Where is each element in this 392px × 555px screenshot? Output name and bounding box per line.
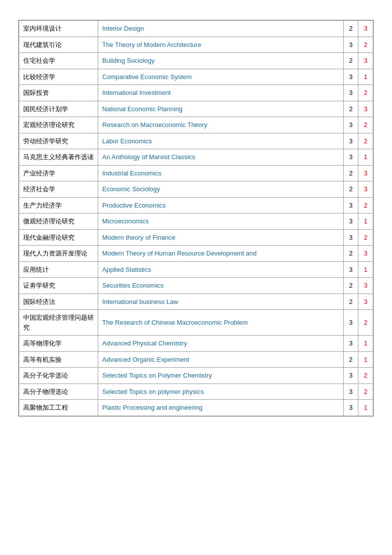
table-row: 现代人力资源开发理论Modern Theory of Human Resourc…	[19, 246, 373, 262]
col-num2: 1	[358, 336, 373, 352]
chinese-name: 经济社会学	[19, 181, 98, 198]
chinese-name: 高分子物理选论	[19, 384, 98, 400]
english-name: Productive Economics	[98, 197, 344, 213]
english-name: Securities Economics	[98, 278, 344, 294]
col-num1: 3	[344, 149, 358, 166]
col-num2: 2	[358, 37, 373, 53]
chinese-name: 比较经济学	[19, 69, 98, 85]
col-num1: 2	[344, 294, 358, 310]
col-num1: 2	[344, 246, 358, 262]
english-name: Building Sociology	[98, 53, 344, 69]
col-num1: 2	[344, 351, 358, 368]
col-num2: 2	[358, 384, 373, 400]
col-num2: 3	[358, 294, 373, 310]
col-num1: 3	[344, 336, 358, 352]
chinese-name: 宏观经济理论研究	[19, 117, 98, 133]
table-row: 国际经济法International business Law23	[19, 294, 373, 310]
col-num2: 3	[358, 278, 373, 294]
chinese-name: 高等有机实验	[19, 351, 98, 368]
english-name: Interior Design	[98, 21, 344, 37]
english-name: Research on Macroeconomic Theory	[98, 117, 344, 133]
col-num2: 1	[358, 261, 373, 278]
col-num2: 2	[358, 368, 373, 384]
english-name: Plastic Processing and engineering	[98, 400, 344, 416]
table-row: 马克思主义经典著作选读An Anthology of Marxist Class…	[19, 149, 373, 166]
english-name: International Investment	[98, 85, 344, 101]
chinese-name: 现代建筑引论	[19, 37, 98, 53]
english-name: The Theory of Modern Architecture	[98, 37, 344, 53]
table-row: 经济社会学Economic Sociology23	[19, 181, 373, 198]
col-num1: 3	[344, 213, 358, 230]
table-row: 产业经济学Industrial Economics23	[19, 165, 373, 181]
col-num1: 3	[344, 229, 358, 246]
col-num1: 3	[344, 69, 358, 85]
col-num2: 1	[358, 69, 373, 85]
chinese-name: 马克思主义经典著作选读	[19, 149, 98, 166]
chinese-name: 产业经济学	[19, 165, 98, 181]
chinese-name: 国民经济计划学	[19, 101, 98, 117]
table-row: 生产力经济学Productive Economics32	[19, 197, 373, 213]
english-name: Modern theory of Finance	[98, 229, 344, 246]
table-row: 宏观经济理论研究Research on Macroeconomic Theory…	[19, 117, 373, 133]
english-name: The Research of Chinese Macroeconomic Pr…	[98, 310, 344, 336]
table-row: 国民经济计划学National Economic Planning23	[19, 101, 373, 117]
chinese-name: 现代人力资源开发理论	[19, 246, 98, 262]
english-name: Modern Theory of Human Resource Developm…	[98, 246, 344, 262]
chinese-name: 生产力经济学	[19, 197, 98, 213]
col-num1: 3	[344, 310, 358, 336]
col-num1: 3	[344, 197, 358, 213]
chinese-name: 现代金融理论研究	[19, 229, 98, 246]
col-num1: 3	[344, 368, 358, 384]
english-name: An Anthology of Marxist Classics	[98, 149, 344, 166]
chinese-name: 微观经济理论研究	[19, 213, 98, 230]
col-num1: 3	[344, 85, 358, 101]
col-num2: 2	[358, 133, 373, 149]
english-name: Industrial Economics	[98, 165, 344, 181]
chinese-name: 国际投资	[19, 85, 98, 101]
english-name: Selected Topics on Polymer Chemistry	[98, 368, 344, 384]
table-row: 劳动经济学研究Labor Economics32	[19, 133, 373, 149]
chinese-name: 住宅社会学	[19, 53, 98, 69]
col-num2: 3	[358, 101, 373, 117]
col-num2: 1	[358, 213, 373, 230]
table-row: 高分子化学选论Selected Topics on Polymer Chemis…	[19, 368, 373, 384]
chinese-name: 高聚物加工工程	[19, 400, 98, 416]
table-row: 住宅社会学Building Sociology23	[19, 53, 373, 69]
col-num2: 3	[358, 246, 373, 262]
chinese-name: 高分子化学选论	[19, 368, 98, 384]
english-name: Advanced Organic Experiment	[98, 351, 344, 368]
english-name: Labor Economics	[98, 133, 344, 149]
col-num1: 3	[344, 400, 358, 416]
table-row: 国际投资International Investment32	[19, 85, 373, 101]
table-row: 应用统计Applied Statistics31	[19, 261, 373, 278]
english-name: Advanced Physical Chemistry	[98, 336, 344, 352]
chinese-name: 应用统计	[19, 261, 98, 278]
col-num1: 2	[344, 181, 358, 198]
table-row: 比较经济学Comparative Economic System31	[19, 69, 373, 85]
chinese-name: 中国宏观经济管理问题研究	[19, 310, 98, 336]
table-row: 微观经济理论研究Microeconomics31	[19, 213, 373, 230]
chinese-name: 高等物理化学	[19, 336, 98, 352]
table-row: 高分子物理选论Selected Topics on polymer physic…	[19, 384, 373, 400]
col-num2: 3	[358, 53, 373, 69]
english-name: International business Law	[98, 294, 344, 310]
col-num1: 2	[344, 21, 358, 37]
table-row: 现代建筑引论The Theory of Modern Architecture3…	[19, 37, 373, 53]
table-row: 室内环境设计Interior Design23	[19, 21, 373, 37]
english-name: Comparative Economic System	[98, 69, 344, 85]
col-num2: 1	[358, 351, 373, 368]
english-name: Microeconomics	[98, 213, 344, 230]
col-num1: 3	[344, 37, 358, 53]
col-num2: 3	[358, 21, 373, 37]
col-num1: 2	[344, 278, 358, 294]
col-num2: 2	[358, 197, 373, 213]
table-row: 证劵学研究Securities Economics23	[19, 278, 373, 294]
col-num2: 1	[358, 400, 373, 416]
english-name: National Economic Planning	[98, 101, 344, 117]
col-num2: 2	[358, 229, 373, 246]
col-num1: 2	[344, 53, 358, 69]
col-num1: 3	[344, 117, 358, 133]
col-num2: 2	[358, 310, 373, 336]
table-row: 高聚物加工工程Plastic Processing and engineerin…	[19, 400, 373, 416]
col-num2: 3	[358, 181, 373, 198]
